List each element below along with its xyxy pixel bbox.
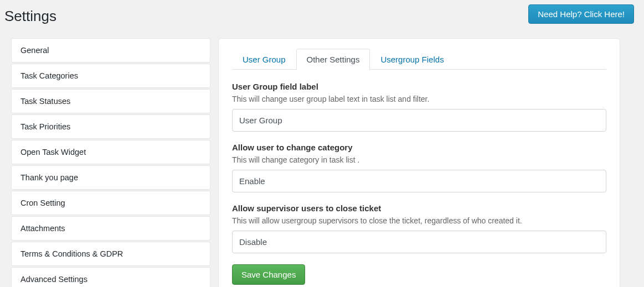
sidebar-item-attachments[interactable]: Attachments [11,216,210,241]
desc-user-group-label: This will change user group label text i… [232,95,606,103]
sidebar-item-task-categories[interactable]: Task Categories [11,64,210,88]
main-panel: User Group Other Settings Usergroup Fiel… [218,38,620,287]
sidebar-item-open-task-widget[interactable]: Open Task Widget [11,140,210,164]
label-user-group-label: User Group field label [232,82,606,91]
sidebar-item-terms-gdpr[interactable]: Terms & Conditions & GDPR [11,242,210,266]
input-user-group-label[interactable] [232,109,606,132]
label-allow-supervisor-close: Allow supervisor users to close ticket [232,203,606,213]
tabs: User Group Other Settings Usergroup Fiel… [232,49,606,70]
layout: General Task Categories Task Statuses Ta… [0,38,644,287]
field-allow-supervisor-close: Allow supervisor users to close ticket T… [232,203,606,253]
label-allow-change-category: Allow user to change category [232,143,606,152]
sidebar-item-task-priorities[interactable]: Task Priorities [11,114,210,139]
help-button[interactable]: Need Help? Click Here! [528,4,634,24]
tab-usergroup-fields[interactable]: Usergroup Fields [370,49,454,70]
sidebar-item-advanced-settings[interactable]: Advanced Settings [11,267,210,287]
sidebar-item-thank-you-page[interactable]: Thank you page [11,165,210,190]
sidebar: General Task Categories Task Statuses Ta… [11,38,210,287]
sidebar-item-general[interactable]: General [11,38,210,62]
tab-other-settings[interactable]: Other Settings [296,49,370,70]
field-allow-change-category: Allow user to change category This will … [232,143,606,192]
sidebar-item-cron-setting[interactable]: Cron Setting [11,191,210,215]
select-allow-supervisor-close[interactable]: Disable [232,231,606,253]
field-user-group-label: User Group field label This will change … [232,82,606,132]
select-allow-change-category[interactable]: Enable [232,170,606,192]
desc-allow-change-category: This will change category in task list . [232,155,606,164]
save-button[interactable]: Save Changes [232,264,305,285]
tab-user-group[interactable]: User Group [232,49,296,70]
desc-allow-supervisor-close: This will allow usergroup supervisors to… [232,216,606,225]
sidebar-item-task-statuses[interactable]: Task Statuses [11,89,210,113]
